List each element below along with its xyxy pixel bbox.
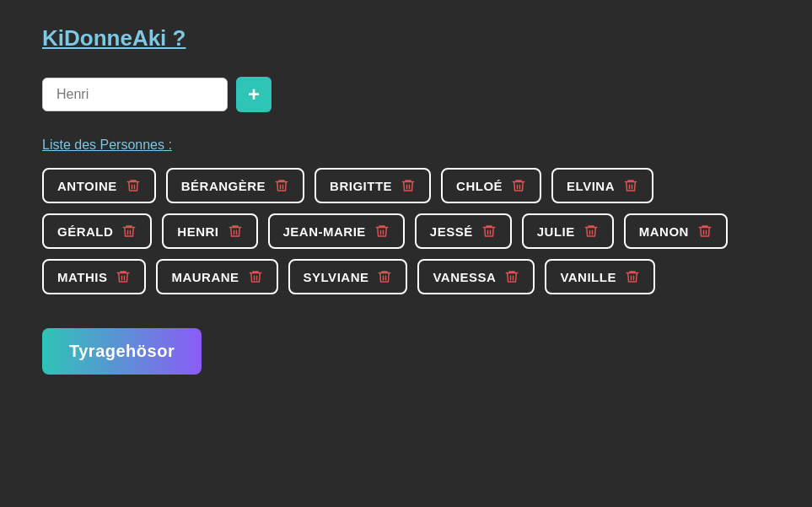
- persons-grid: ANTOINE BÉRANGÈRE BRIGITTE CHLOÉ ELVINA …: [42, 168, 770, 294]
- delete-person-icon[interactable]: [697, 224, 713, 239]
- delete-person-icon[interactable]: [274, 178, 289, 193]
- person-tag: MAURANE: [156, 259, 277, 294]
- person-tag: VANILLE: [545, 259, 655, 294]
- delete-person-icon[interactable]: [583, 224, 599, 239]
- delete-person-icon[interactable]: [374, 224, 390, 239]
- person-name: VANESSA: [433, 270, 496, 284]
- delete-person-icon[interactable]: [504, 269, 519, 284]
- person-tag: ELVINA: [551, 168, 653, 203]
- person-name: BRIGITTE: [330, 179, 392, 193]
- delete-person-icon[interactable]: [121, 224, 137, 239]
- person-name: HENRI: [177, 224, 218, 239]
- person-tag: MANON: [624, 213, 728, 249]
- person-tag: JESSÉ: [415, 213, 512, 249]
- input-row: +: [42, 77, 770, 112]
- person-tag: JEAN-MARIE: [268, 213, 405, 249]
- delete-person-icon[interactable]: [228, 224, 243, 239]
- delete-person-icon[interactable]: [126, 178, 141, 193]
- person-name: MANON: [639, 224, 689, 239]
- person-name: SYLVIANE: [304, 270, 369, 284]
- person-tag: ANTOINE: [42, 168, 156, 203]
- add-person-button[interactable]: +: [236, 77, 272, 112]
- tirage-button[interactable]: Tyragehösor: [42, 328, 202, 375]
- app-title[interactable]: KiDonneAki ?: [42, 25, 770, 51]
- delete-person-icon[interactable]: [248, 269, 263, 284]
- name-input[interactable]: [42, 78, 228, 111]
- delete-person-icon[interactable]: [401, 178, 416, 193]
- person-name: MATHIS: [57, 270, 107, 284]
- delete-person-icon[interactable]: [116, 269, 131, 284]
- person-name: JEAN-MARIE: [283, 224, 366, 239]
- list-label: Liste des Personnes :: [42, 138, 770, 153]
- person-tag: GÉRALD: [42, 213, 152, 249]
- person-tag: VANESSA: [417, 259, 535, 294]
- person-tag: CHLOÉ: [441, 168, 541, 203]
- person-name: JULIE: [537, 224, 575, 239]
- person-tag: MATHIS: [42, 259, 146, 294]
- delete-person-icon[interactable]: [623, 178, 638, 193]
- person-name: JESSÉ: [430, 224, 473, 239]
- delete-person-icon[interactable]: [377, 269, 392, 284]
- person-tag: SYLVIANE: [288, 259, 408, 294]
- person-tag: BÉRANGÈRE: [166, 168, 304, 203]
- delete-person-icon[interactable]: [625, 269, 640, 284]
- delete-person-icon[interactable]: [511, 178, 526, 193]
- person-name: VANILLE: [560, 270, 616, 284]
- person-name: ANTOINE: [57, 179, 117, 193]
- person-name: GÉRALD: [57, 224, 113, 239]
- person-name: MAURANE: [171, 270, 239, 284]
- person-name: BÉRANGÈRE: [181, 179, 266, 193]
- person-name: ELVINA: [567, 179, 615, 193]
- person-tag: HENRI: [162, 213, 257, 249]
- person-tag: JULIE: [522, 213, 614, 249]
- person-name: CHLOÉ: [456, 179, 503, 193]
- delete-person-icon[interactable]: [481, 224, 497, 239]
- person-tag: BRIGITTE: [315, 168, 431, 203]
